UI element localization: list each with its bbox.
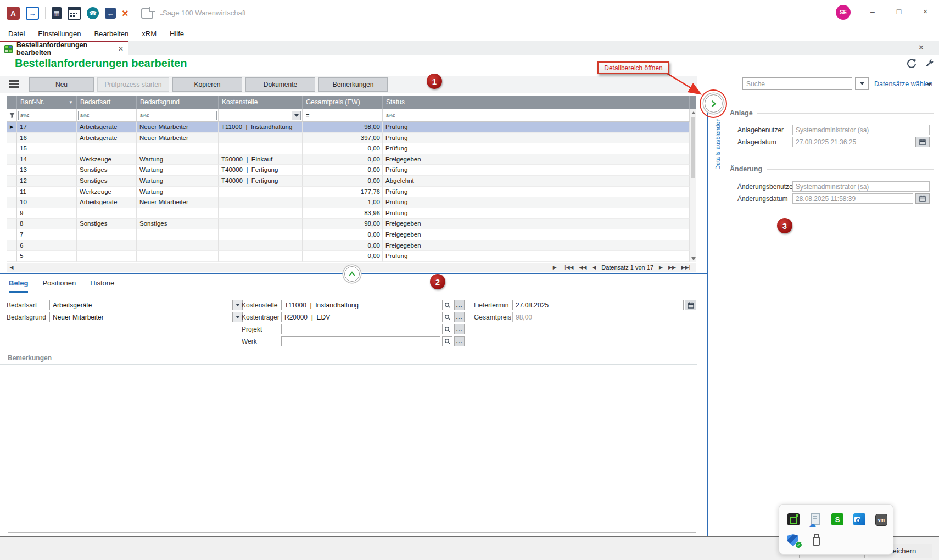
column-header-status[interactable]: Status [383, 96, 465, 109]
tab-bestellanforderungen[interactable]: Bestellanforderungen bearbeiten ✕ [0, 41, 128, 55]
bemerkungen-textarea[interactable] [8, 372, 696, 533]
detail-tab-positionen[interactable]: Positionen [42, 279, 76, 293]
liefertermin-field[interactable]: 27.08.2025 [512, 300, 684, 310]
menu-item-datei[interactable]: Datei [8, 30, 25, 38]
column-header-gesamtpreis-ew[interactable]: Gesamtpreis (EW) [303, 96, 383, 109]
chevron-down-icon[interactable] [927, 83, 931, 86]
projekt-ellipsis-button[interactable]: ... [454, 324, 465, 334]
filter-input-status[interactable]: a%c [384, 111, 463, 120]
column-header-kostenstelle[interactable]: Kostenstelle [219, 96, 303, 109]
table-row-banf-14[interactable]: 14WerkzeugeWartungT50000 | Einkauf0,00Fr… [7, 154, 690, 165]
chevron-down-icon[interactable] [292, 111, 300, 120]
kostentraeger-field[interactable]: R20000 | EDV [281, 312, 440, 322]
table-row-banf-9[interactable]: 983,96Prüfung [7, 208, 690, 219]
detail-tab-historie[interactable]: Historie [90, 279, 114, 293]
projekt-field[interactable] [281, 324, 440, 334]
filter-contains-icon[interactable]: a%c [386, 113, 395, 118]
record-last-icon[interactable]: ▶▶| [681, 265, 690, 270]
bedarfsgrund-combobox[interactable]: Neuer Mitarbeiter [49, 312, 243, 322]
werk-search-icon[interactable] [442, 336, 452, 346]
window-minimize-button[interactable]: – [864, 7, 881, 16]
toolbar-button-dokumente[interactable]: Dokumente [245, 77, 315, 92]
calendar-icon[interactable] [68, 7, 81, 20]
table-row-banf-10[interactable]: 10ArbeitsgeräteNeuer Mitarbeiter1,00Prüf… [7, 197, 690, 208]
menu-item-bearbeiten[interactable]: Bearbeiten [94, 30, 128, 38]
chevron-down-icon[interactable] [232, 312, 242, 322]
scroll-down-icon[interactable] [691, 257, 696, 260]
search-input[interactable] [742, 77, 852, 90]
menu-item-xrm[interactable]: xRM [142, 30, 156, 38]
anlagedatum-calendar-icon[interactable] [915, 137, 930, 147]
toolbar-button-neu[interactable]: Neu [29, 77, 94, 92]
security-shield-tray-icon[interactable]: ✓ [787, 534, 801, 547]
table-row-banf-6[interactable]: 60,00Freigegeben [7, 240, 690, 251]
refresh-icon[interactable] [906, 58, 917, 71]
menu-item-hilfe[interactable]: Hilfe [170, 30, 184, 38]
window-close-button[interactable]: × [917, 7, 934, 16]
records-select-link[interactable]: Datensätze wählen [874, 80, 932, 88]
aenderungsdatum-calendar-icon[interactable] [915, 193, 930, 204]
phone-icon[interactable]: ☎ [87, 7, 99, 19]
avatar[interactable]: SE [836, 5, 851, 20]
kostenstelle-field[interactable]: T11000 | Instandhaltung [281, 300, 440, 310]
detail-tab-beleg[interactable]: Beleg [9, 279, 28, 293]
hscroll-right-icon[interactable]: ▶ [550, 265, 559, 270]
tab-close-icon[interactable]: ✕ [118, 45, 124, 53]
column-header-banf-nr[interactable]: Banf-Nr.▼ [17, 96, 77, 109]
sort-filter-arrow-icon[interactable]: ▼ [69, 96, 73, 109]
toolbar-button-bemerkungen[interactable]: Bemerkungen [318, 77, 388, 92]
vmware-tray-icon[interactable]: vm [875, 514, 887, 526]
chevron-down-icon[interactable] [232, 300, 242, 310]
collapse-panel-button[interactable] [344, 266, 360, 282]
search-filter-button[interactable] [855, 77, 869, 90]
backup-server-tray-icon[interactable]: ☁ [811, 513, 820, 525]
record-prev-icon[interactable]: ◀ [592, 265, 596, 270]
access-app-icon[interactable]: A [7, 7, 20, 20]
table-row-banf-13[interactable]: 13SonstigesWartungT40000 | Fertigung0,00… [7, 165, 690, 176]
vertical-scrollbar[interactable] [690, 109, 696, 262]
werk-ellipsis-button[interactable]: ... [454, 336, 465, 346]
projekt-search-icon[interactable] [442, 324, 452, 334]
toolbar-button-kopieren[interactable]: Kopieren [172, 77, 242, 92]
calculator-icon[interactable]: ▦ [52, 7, 62, 19]
kostenstelle-ellipsis-button[interactable]: ... [454, 300, 465, 310]
hscroll-left-icon[interactable]: ◀ [7, 265, 16, 270]
table-row-banf-17[interactable]: ▶17ArbeitsgeräteNeuer MitarbeiterT11000 … [7, 122, 690, 133]
outlook-tray-icon[interactable] [853, 513, 865, 525]
table-row-banf-16[interactable]: 16ArbeitsgeräteNeuer Mitarbeiter397,00Pr… [7, 133, 690, 144]
table-row-banf-15[interactable]: 150,00Prüfung [7, 143, 690, 154]
filter-contains-icon[interactable]: a%c [140, 113, 149, 118]
bedarfsart-combobox[interactable]: Arbeitsgeräte [49, 300, 243, 310]
record-prev-page-icon[interactable]: ◀◀ [579, 265, 586, 270]
close-red-icon[interactable]: × [122, 8, 128, 19]
hamburger-menu-icon[interactable] [9, 80, 19, 89]
back-icon[interactable]: ← [105, 8, 116, 19]
window-maximize-button[interactable]: □ [891, 7, 907, 16]
usb-device-tray-icon[interactable] [811, 533, 821, 545]
filter-contains-icon[interactable]: a%c [20, 113, 30, 118]
table-row-banf-12[interactable]: 12SonstigesWartungT40000 | Fertigung0,00… [7, 176, 690, 187]
record-next-icon[interactable]: ▶ [659, 265, 663, 270]
kostentraeger-ellipsis-button[interactable]: ... [454, 312, 465, 322]
record-first-icon[interactable]: |◀◀ [564, 265, 573, 270]
table-row-banf-5[interactable]: 50,00Prüfung [7, 251, 690, 262]
sage-tray-icon[interactable]: S [831, 513, 843, 525]
tabbar-close-icon[interactable]: ✕ [918, 43, 924, 52]
record-next-page-icon[interactable]: ▶▶ [668, 265, 676, 270]
column-header-bedarfsart[interactable]: Bedarfsart [77, 96, 137, 109]
details-collapse-vertical-label[interactable]: Details ausblenden [714, 117, 721, 170]
table-row-banf-7[interactable]: 70,00Freigegeben [7, 229, 690, 240]
gpu-tray-icon[interactable] [787, 513, 800, 525]
equals-operator-icon[interactable]: = [306, 112, 309, 119]
filter-input-gesamtpreis-ew[interactable]: = [304, 111, 381, 120]
kostenstelle-search-icon[interactable] [442, 300, 452, 310]
filter-input-bedarfsart[interactable]: a%c [78, 111, 135, 120]
kostentraeger-search-icon[interactable] [442, 312, 452, 322]
scrollbar-thumb[interactable] [691, 117, 695, 178]
settings-wrench-icon[interactable] [925, 58, 935, 70]
werk-field[interactable] [281, 336, 440, 346]
open-form-icon[interactable]: → [26, 7, 39, 20]
column-header-bedarfsgrund[interactable]: Bedarfsgrund [137, 96, 219, 109]
share-icon[interactable] [141, 8, 153, 19]
menu-item-einstellungen[interactable]: Einstellungen [38, 30, 81, 38]
